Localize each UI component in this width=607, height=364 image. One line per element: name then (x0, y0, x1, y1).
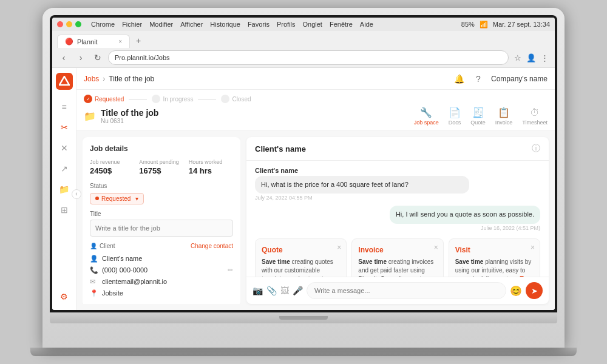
mac-menu-afficher[interactable]: Afficher (180, 21, 203, 28)
datetime-display: Mar. 27 sept. 13:34 (493, 21, 550, 28)
breadcrumb-jobs[interactable]: Jobs (84, 75, 99, 83)
back-button[interactable]: ‹ (57, 51, 70, 64)
person-icon: 👤 (90, 243, 97, 249)
forward-button[interactable]: › (74, 51, 87, 64)
status-badge[interactable]: Requested ▾ (90, 193, 144, 204)
bookmark-icon[interactable]: ☆ (512, 52, 523, 63)
more-options-icon[interactable]: ⋮ (539, 52, 550, 63)
phone-edit-icon[interactable]: ✏ (228, 266, 233, 274)
status-closed[interactable]: Closed (221, 95, 251, 103)
sidebar-item-chart[interactable]: ↗ (56, 160, 73, 177)
refresh-button[interactable]: ↻ (91, 51, 104, 64)
content-area: Job details Job revenue 2450$ Amount pen… (76, 131, 555, 310)
promo-invoice-title: Invoice (358, 245, 436, 255)
client-name-text: Client's name (102, 255, 142, 262)
email-icon: ✉ (90, 278, 98, 286)
promo-quote-bold: Save time (262, 258, 290, 265)
chat-input-area: 📷 📎 🖼 🎤 😊 ➤ (246, 277, 549, 304)
mac-menu-onglet[interactable]: Onglet (303, 21, 322, 28)
job-action-invoice[interactable]: 📋 Invoice (495, 107, 513, 126)
image-icon[interactable]: 🖼 (280, 286, 289, 295)
emoji-button[interactable]: 😊 (510, 285, 522, 297)
close-dot[interactable] (57, 21, 63, 27)
mac-menu-fenetre[interactable]: Fenêtre (330, 21, 353, 28)
tab-close-button[interactable]: × (118, 38, 122, 45)
pending-value: 1675$ (139, 166, 183, 175)
sidebar-item-menu[interactable]: ≡ (56, 98, 73, 115)
timesheet-icon: ⏱ (530, 107, 540, 118)
mac-menu-fichier[interactable]: Fichier (122, 21, 142, 28)
fullscreen-dot[interactable] (75, 21, 81, 27)
promo-visit-close[interactable]: × (531, 243, 535, 253)
notification-icon[interactable]: 🔔 (452, 72, 466, 86)
job-action-quote[interactable]: 🧾 Quote (470, 107, 486, 126)
phone-icon: 📞 (90, 266, 98, 274)
chat-message-input[interactable] (307, 282, 506, 299)
mac-menu-profils[interactable]: Profils (277, 21, 296, 28)
status-dot-requested: ✓ (84, 95, 92, 103)
message-sent-wrapper: Hi, I will send you a quote as soon as p… (255, 206, 540, 231)
client-name-item: 👤 Client's name (90, 253, 233, 265)
window-controls[interactable] (57, 21, 81, 27)
job-status-bar: ✓ Requested In progress (84, 95, 548, 103)
app-header: Jobs › Title of the job 🔔 ? Company's na… (76, 68, 555, 90)
change-contact-link[interactable]: Change contact (191, 243, 233, 249)
jobspace-icon: 🔧 (420, 107, 432, 118)
laptop-notch (279, 316, 328, 320)
status-line-1 (129, 99, 147, 99)
message-received-time: July 24, 2022 04:55 PM (255, 195, 540, 201)
sidebar-item-scissors[interactable]: ✂ (56, 119, 73, 136)
help-icon[interactable]: ? (472, 72, 485, 86)
active-tab[interactable]: 🔴 Plannit × (57, 35, 130, 48)
status-requested[interactable]: ✓ Requested (84, 95, 124, 103)
attach-icon[interactable]: 📎 (266, 286, 277, 295)
chat-messages: Client's name Hi, what is the price for … (246, 161, 549, 277)
promo-invoice-bold: Save time (358, 258, 387, 265)
mac-menu-aide[interactable]: Aide (360, 21, 373, 28)
new-tab-button[interactable]: + (131, 33, 146, 48)
minimize-dot[interactable] (66, 21, 72, 27)
promo-quote-close[interactable]: × (337, 243, 341, 253)
app-logo[interactable] (56, 73, 73, 90)
job-action-timesheet[interactable]: ⏱ Timesheet (522, 107, 548, 126)
account-icon[interactable]: 👤 (526, 52, 537, 63)
chat-info-icon[interactable]: ⓘ (532, 143, 540, 154)
promo-invoice-close[interactable]: × (434, 243, 438, 253)
address-bar[interactable]: Pro.plannit.io/Jobs (108, 50, 509, 65)
promo-visit-bold: Save time (455, 258, 484, 265)
sidebar-settings-icon[interactable]: ⚙ (56, 288, 73, 305)
camera-icon[interactable]: 📷 (253, 286, 263, 295)
mic-icon[interactable]: 🎤 (293, 286, 303, 295)
laptop-bottom-bar (30, 348, 577, 356)
job-action-jobspace[interactable]: 🔧 Job space (414, 107, 439, 126)
browser-chrome: 🔴 Plannit × + ‹ › ↻ Pro.plannit.io/Jobs (52, 31, 555, 68)
header-right: 🔔 ? Company's name (452, 72, 548, 86)
pending-label: Amount pending (139, 159, 183, 165)
quote-label: Quote (470, 120, 486, 126)
tab-label: Plannit (77, 38, 98, 46)
title-input[interactable] (90, 220, 233, 237)
timesheet-label: Timesheet (522, 120, 548, 126)
sidebar: ‹ ≡ ✂ ✕ ↗ 📁 ⊞ ⚙ (52, 68, 76, 310)
status-section: Status Requested ▾ (90, 183, 233, 204)
job-action-docs[interactable]: 📄 Docs (449, 107, 461, 126)
chat-panel: Client's name ⓘ Client's name Hi, what i… (246, 137, 549, 304)
client-label-text: Client (100, 243, 115, 249)
send-button[interactable]: ➤ (526, 282, 543, 299)
sidebar-item-x[interactable]: ✕ (56, 140, 73, 157)
job-details-card: Job details Job revenue 2450$ Amount pen… (83, 137, 240, 304)
mac-menu-historique[interactable]: Historique (210, 21, 240, 28)
sidebar-item-grid[interactable]: ⊞ (56, 201, 73, 218)
promo-cards-container: × Quote Save time creating quotes with o… (255, 236, 540, 277)
status-dropdown-arrow[interactable]: ▾ (135, 195, 138, 202)
mac-menu-favoris[interactable]: Favoris (248, 21, 270, 28)
url-display: Pro.plannit.io/Jobs (115, 54, 170, 61)
status-inprogress[interactable]: In progress (152, 95, 193, 103)
client-phone-text: (000) 000-0000 (102, 266, 148, 274)
jobsite-label-text: Jobsite (102, 289, 123, 297)
sidebar-item-folder[interactable]: 📁 (56, 181, 73, 198)
sidebar-collapse-button[interactable]: ‹ (72, 189, 81, 199)
promo-card-invoice: × Invoice Save time creating invoices an… (351, 238, 443, 277)
mac-menu-modifier[interactable]: Modifier (149, 21, 173, 28)
client-label: 👤 Client (90, 243, 115, 249)
